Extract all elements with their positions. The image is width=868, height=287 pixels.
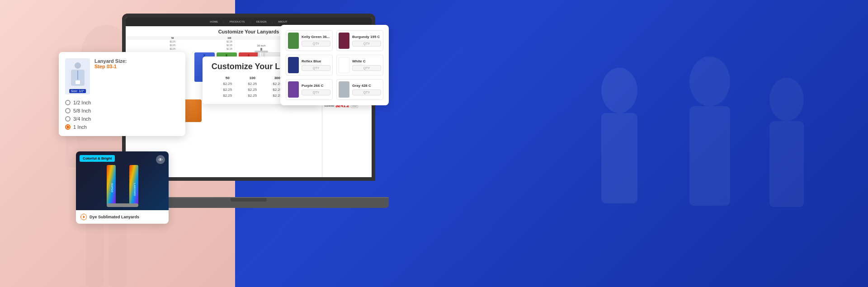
dye-lanyard-svg: SUPER LANYARD	[95, 165, 150, 210]
color-reflex-blue[interactable]: Reflex Blue QTY	[286, 55, 333, 75]
3-4-inch-label: 3/4 Inch	[73, 116, 91, 122]
kelly-green-swatch	[288, 33, 299, 49]
svg-rect-14	[107, 203, 138, 207]
reflex-blue-name: Reflex Blue	[302, 59, 330, 63]
radio-5-8-inch[interactable]	[65, 108, 71, 113]
burgundy-swatch	[339, 33, 349, 49]
dye-card-image: Colorful & Bright 👁 SUPER LANYARD	[76, 151, 169, 210]
1-inch-label: 1 Inch	[73, 124, 87, 130]
kelly-green-qty[interactable]: QTY	[302, 41, 330, 47]
size-card-labels: Lanyard Size: Step 03-1	[94, 58, 127, 69]
reflex-blue-swatch	[288, 57, 299, 73]
dye-sublimated-card: Colorful & Bright 👁 SUPER LANYARD	[76, 151, 169, 224]
avatar-lanyard	[77, 71, 78, 80]
radio-half-inch[interactable]	[65, 100, 71, 105]
color-burgundy[interactable]: Burgundy 195 C QTY	[336, 30, 383, 51]
svg-rect-10	[86, 219, 104, 287]
svg-rect-11	[108, 219, 127, 287]
play-icon[interactable]	[80, 214, 87, 220]
purple-qty[interactable]: QTY	[302, 89, 330, 95]
5-8-inch-label: 5/8 Inch	[73, 108, 91, 113]
color-gray[interactable]: Gray 428 C QTY	[336, 79, 383, 100]
step-label: Step 03-1	[94, 64, 127, 69]
purple-swatch	[288, 81, 299, 98]
color-purple[interactable]: Purple 266 C QTY	[286, 79, 333, 100]
size-option-5-8[interactable]: 5/8 Inch	[65, 108, 179, 113]
kelly-green-info: Kelly Green 36... QTY	[302, 35, 330, 47]
svg-text:SUPER: SUPER	[111, 183, 113, 193]
size-card-header: Size: 1/2" Lanyard Size: Step 03-1	[65, 58, 179, 94]
avatar-head	[75, 62, 81, 69]
svg-point-0	[601, 68, 637, 113]
color-kelly-green[interactable]: Kelly Green 36... QTY	[286, 30, 333, 51]
qty-100: 100	[240, 75, 265, 81]
gray-swatch	[339, 81, 349, 98]
svg-point-4	[769, 78, 804, 121]
size-option-3-4[interactable]: 3/4 Inch	[65, 116, 179, 122]
size-option-1-inch[interactable]: 1 Inch	[65, 124, 179, 130]
svg-text:LANYARD: LANYARD	[133, 183, 136, 196]
white-qty[interactable]: QTY	[352, 65, 381, 71]
avatar-badge	[75, 80, 80, 84]
dye-card-footer: Dye Sublimated Lanyards	[76, 210, 169, 224]
burgundy-qty[interactable]: QTY	[352, 41, 381, 47]
burgundy-info: Burgundy 195 C QTY	[352, 35, 381, 47]
avatar-figure	[69, 61, 87, 92]
reflex-blue-info: Reflex Blue QTY	[302, 59, 330, 71]
nav-design: DESIGN	[256, 20, 267, 23]
gray-info: Gray 428 C QTY	[352, 84, 381, 95]
size-selector-card: Size: 1/2" Lanyard Size: Step 03-1 1/2 I…	[59, 52, 185, 136]
gray-qty[interactable]: QTY	[352, 89, 381, 95]
avatar-body	[71, 70, 85, 86]
white-name: White C	[352, 59, 381, 63]
radio-1-inch[interactable]	[65, 124, 71, 130]
dye-sublimated-label: Dye Sublimated Lanyards	[90, 215, 139, 219]
size-options: 1/2 Inch 5/8 Inch 3/4 Inch 1 Inch	[65, 100, 179, 130]
colorful-bright-badge: Colorful & Bright	[80, 155, 115, 162]
nav-about: ABOUT	[278, 20, 288, 23]
kelly-green-name: Kelly Green 36...	[302, 35, 330, 39]
svg-rect-1	[601, 113, 637, 203]
purple-name: Purple 266 C	[302, 84, 330, 88]
color-selection-card: Kelly Green 36... QTY Burgundy 195 C QTY…	[280, 25, 389, 105]
color-grid: Kelly Green 36... QTY Burgundy 195 C QTY…	[286, 30, 383, 100]
half-inch-label: 1/2 Inch	[73, 100, 91, 105]
qty-50: 50	[215, 75, 240, 81]
purple-info: Purple 266 C QTY	[302, 84, 330, 95]
svg-point-2	[689, 56, 730, 106]
size-card-avatar-wrap: Size: 1/2"	[65, 58, 90, 94]
lanyard-size-label: Lanyard Size:	[94, 58, 127, 64]
radio-3-4-inch[interactable]	[65, 116, 71, 122]
eye-icon[interactable]: 👁	[156, 155, 165, 164]
svg-rect-3	[689, 106, 730, 206]
nav-products: PRODUCTS	[230, 20, 245, 23]
background-silhouette	[552, 0, 823, 287]
size-label-tag: Size: 1/2"	[69, 89, 86, 93]
gray-name: Gray 428 C	[352, 84, 381, 88]
color-white[interactable]: White C QTY	[336, 55, 383, 75]
white-info: White C QTY	[352, 59, 381, 71]
nav-home: HOME	[210, 20, 218, 23]
size-avatar: Size: 1/2"	[65, 58, 90, 94]
play-triangle	[83, 216, 85, 218]
svg-rect-5	[769, 121, 804, 207]
lanyard-length-label: 36 inch	[257, 44, 265, 47]
white-swatch	[339, 57, 349, 73]
reflex-blue-qty[interactable]: QTY	[302, 65, 330, 71]
size-option-half[interactable]: 1/2 Inch	[65, 100, 179, 105]
burgundy-name: Burgundy 195 C	[352, 35, 381, 39]
